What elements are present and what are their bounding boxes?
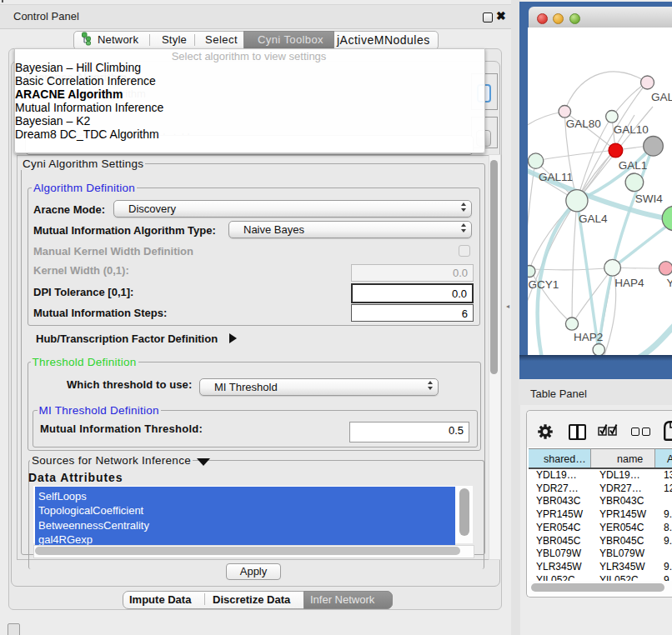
svg-text:GAL11: GAL11: [539, 171, 573, 183]
svg-text:Y: Y: [667, 277, 672, 289]
svg-text:GAL4: GAL4: [579, 212, 608, 225]
svg-text:GAL1: GAL1: [619, 159, 648, 172]
svg-text:SWI4: SWI4: [635, 192, 663, 205]
svg-text:GAL: GAL: [651, 91, 672, 103]
svg-text:HAP2: HAP2: [574, 331, 603, 343]
svg-text:GCY1: GCY1: [529, 278, 559, 291]
svg-text:GAL10: GAL10: [614, 123, 649, 136]
svg-text:GAL80: GAL80: [566, 118, 601, 130]
svg-text:HAP4: HAP4: [614, 277, 644, 289]
